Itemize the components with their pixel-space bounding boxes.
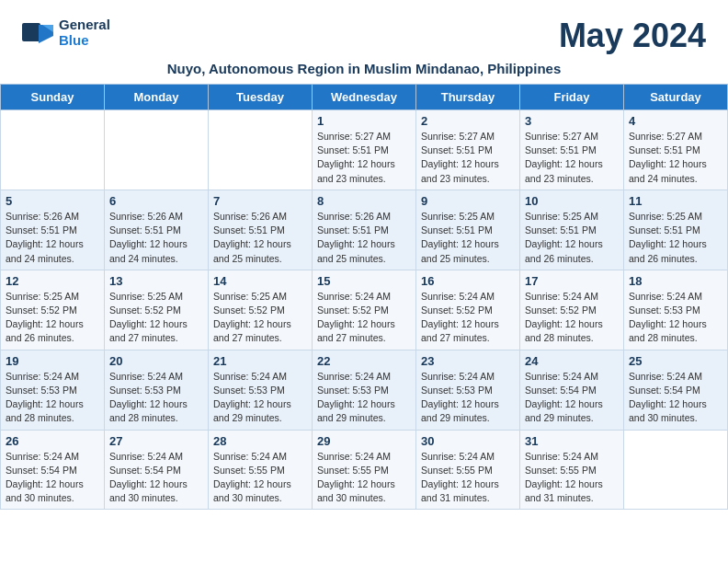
day-info: Sunrise: 5:24 AMSunset: 5:54 PMDaylight:… (109, 450, 203, 506)
day-number: 22 (317, 354, 411, 368)
svg-rect-0 (22, 23, 40, 41)
day-info: Sunrise: 5:24 AMSunset: 5:53 PMDaylight:… (629, 290, 722, 346)
day-info: Sunrise: 5:24 AMSunset: 5:53 PMDaylight:… (317, 370, 411, 426)
calendar-cell: 13Sunrise: 5:25 AMSunset: 5:52 PMDayligh… (105, 270, 209, 350)
calendar-cell (209, 110, 313, 190)
day-number: 25 (629, 354, 722, 368)
calendar-cell: 20Sunrise: 5:24 AMSunset: 5:53 PMDayligh… (105, 350, 209, 430)
day-number: 14 (213, 274, 307, 288)
day-info: Sunrise: 5:27 AMSunset: 5:51 PMDaylight:… (525, 130, 619, 186)
logo-line2: Blue (59, 32, 89, 48)
logo: General Blue (22, 17, 110, 49)
day-number: 26 (6, 434, 99, 448)
day-info: Sunrise: 5:26 AMSunset: 5:51 PMDaylight:… (109, 210, 203, 266)
day-info: Sunrise: 5:24 AMSunset: 5:53 PMDaylight:… (6, 370, 99, 426)
day-number: 12 (6, 274, 99, 288)
day-number: 16 (421, 274, 515, 288)
calendar-cell: 19Sunrise: 5:24 AMSunset: 5:53 PMDayligh… (1, 350, 105, 430)
day-info: Sunrise: 5:26 AMSunset: 5:51 PMDaylight:… (6, 210, 99, 266)
calendar-cell: 14Sunrise: 5:25 AMSunset: 5:52 PMDayligh… (209, 270, 313, 350)
day-number: 17 (525, 274, 619, 288)
day-number: 4 (629, 114, 722, 128)
weekday-header: Thursday (416, 85, 520, 110)
calendar-cell: 17Sunrise: 5:24 AMSunset: 5:52 PMDayligh… (520, 270, 624, 350)
day-number: 21 (213, 354, 307, 368)
calendar-cell (105, 110, 209, 190)
calendar-cell: 9Sunrise: 5:25 AMSunset: 5:51 PMDaylight… (416, 190, 520, 270)
weekday-header: Tuesday (209, 85, 313, 110)
day-info: Sunrise: 5:24 AMSunset: 5:53 PMDaylight:… (109, 370, 203, 426)
calendar-cell: 24Sunrise: 5:24 AMSunset: 5:54 PMDayligh… (520, 350, 624, 430)
day-number: 15 (317, 274, 411, 288)
calendar-week-row: 1Sunrise: 5:27 AMSunset: 5:51 PMDaylight… (1, 110, 728, 190)
calendar-cell: 8Sunrise: 5:26 AMSunset: 5:51 PMDaylight… (313, 190, 416, 270)
day-number: 31 (525, 434, 619, 448)
day-number: 11 (629, 194, 722, 208)
weekday-header: Wednesday (313, 85, 416, 110)
day-info: Sunrise: 5:24 AMSunset: 5:54 PMDaylight:… (6, 450, 99, 506)
page-header: General Blue May 2024 (0, 0, 728, 59)
day-info: Sunrise: 5:25 AMSunset: 5:52 PMDaylight:… (109, 290, 203, 346)
month-title: May 2024 (559, 17, 706, 55)
logo-line1: General (59, 17, 110, 32)
day-info: Sunrise: 5:27 AMSunset: 5:51 PMDaylight:… (317, 130, 411, 186)
weekday-header: Monday (105, 85, 209, 110)
day-info: Sunrise: 5:25 AMSunset: 5:51 PMDaylight:… (629, 210, 722, 266)
calendar-cell: 4Sunrise: 5:27 AMSunset: 5:51 PMDaylight… (624, 110, 728, 190)
weekday-header: Saturday (624, 85, 728, 110)
day-info: Sunrise: 5:26 AMSunset: 5:51 PMDaylight:… (317, 210, 411, 266)
weekday-header: Friday (520, 85, 624, 110)
day-info: Sunrise: 5:24 AMSunset: 5:55 PMDaylight:… (525, 450, 619, 506)
calendar-cell: 22Sunrise: 5:24 AMSunset: 5:53 PMDayligh… (313, 350, 416, 430)
day-info: Sunrise: 5:24 AMSunset: 5:52 PMDaylight:… (317, 290, 411, 346)
day-number: 9 (421, 194, 515, 208)
day-number: 5 (6, 194, 99, 208)
day-info: Sunrise: 5:26 AMSunset: 5:51 PMDaylight:… (213, 210, 307, 266)
day-info: Sunrise: 5:24 AMSunset: 5:52 PMDaylight:… (421, 290, 515, 346)
day-number: 27 (109, 434, 203, 448)
subtitle: Nuyo, Autonomous Region in Muslim Mindan… (0, 59, 728, 84)
day-number: 20 (109, 354, 203, 368)
calendar-cell: 2Sunrise: 5:27 AMSunset: 5:51 PMDaylight… (416, 110, 520, 190)
day-info: Sunrise: 5:25 AMSunset: 5:51 PMDaylight:… (421, 210, 515, 266)
day-info: Sunrise: 5:27 AMSunset: 5:51 PMDaylight:… (629, 130, 722, 186)
calendar-cell: 27Sunrise: 5:24 AMSunset: 5:54 PMDayligh… (105, 430, 209, 510)
day-number: 24 (525, 354, 619, 368)
day-number: 23 (421, 354, 515, 368)
day-number: 28 (213, 434, 307, 448)
day-info: Sunrise: 5:24 AMSunset: 5:54 PMDaylight:… (525, 370, 619, 426)
calendar-cell: 15Sunrise: 5:24 AMSunset: 5:52 PMDayligh… (313, 270, 416, 350)
day-info: Sunrise: 5:25 AMSunset: 5:51 PMDaylight:… (525, 210, 619, 266)
day-number: 18 (629, 274, 722, 288)
calendar-cell: 16Sunrise: 5:24 AMSunset: 5:52 PMDayligh… (416, 270, 520, 350)
calendar-cell: 5Sunrise: 5:26 AMSunset: 5:51 PMDaylight… (1, 190, 105, 270)
calendar-cell: 26Sunrise: 5:24 AMSunset: 5:54 PMDayligh… (1, 430, 105, 510)
calendar-week-row: 5Sunrise: 5:26 AMSunset: 5:51 PMDaylight… (1, 190, 728, 270)
calendar-cell (624, 430, 728, 510)
calendar-cell: 28Sunrise: 5:24 AMSunset: 5:55 PMDayligh… (209, 430, 313, 510)
calendar-table: SundayMondayTuesdayWednesdayThursdayFrid… (0, 84, 728, 510)
calendar-cell: 18Sunrise: 5:24 AMSunset: 5:53 PMDayligh… (624, 270, 728, 350)
day-number: 13 (109, 274, 203, 288)
calendar-cell: 7Sunrise: 5:26 AMSunset: 5:51 PMDaylight… (209, 190, 313, 270)
weekday-header-row: SundayMondayTuesdayWednesdayThursdayFrid… (1, 85, 728, 110)
calendar-cell: 30Sunrise: 5:24 AMSunset: 5:55 PMDayligh… (416, 430, 520, 510)
calendar-cell: 23Sunrise: 5:24 AMSunset: 5:53 PMDayligh… (416, 350, 520, 430)
calendar-cell: 11Sunrise: 5:25 AMSunset: 5:51 PMDayligh… (624, 190, 728, 270)
logo-text: General Blue (59, 17, 110, 49)
calendar-week-row: 19Sunrise: 5:24 AMSunset: 5:53 PMDayligh… (1, 350, 728, 430)
calendar-cell: 3Sunrise: 5:27 AMSunset: 5:51 PMDaylight… (520, 110, 624, 190)
calendar-cell: 31Sunrise: 5:24 AMSunset: 5:55 PMDayligh… (520, 430, 624, 510)
day-number: 2 (421, 114, 515, 128)
calendar-cell: 29Sunrise: 5:24 AMSunset: 5:55 PMDayligh… (313, 430, 416, 510)
day-info: Sunrise: 5:24 AMSunset: 5:53 PMDaylight:… (421, 370, 515, 426)
day-number: 1 (317, 114, 411, 128)
day-number: 29 (317, 434, 411, 448)
day-info: Sunrise: 5:24 AMSunset: 5:55 PMDaylight:… (421, 450, 515, 506)
day-number: 30 (421, 434, 515, 448)
weekday-header: Sunday (1, 85, 105, 110)
calendar-cell: 10Sunrise: 5:25 AMSunset: 5:51 PMDayligh… (520, 190, 624, 270)
day-info: Sunrise: 5:24 AMSunset: 5:55 PMDaylight:… (317, 450, 411, 506)
calendar-cell: 1Sunrise: 5:27 AMSunset: 5:51 PMDaylight… (313, 110, 416, 190)
day-info: Sunrise: 5:24 AMSunset: 5:52 PMDaylight:… (525, 290, 619, 346)
